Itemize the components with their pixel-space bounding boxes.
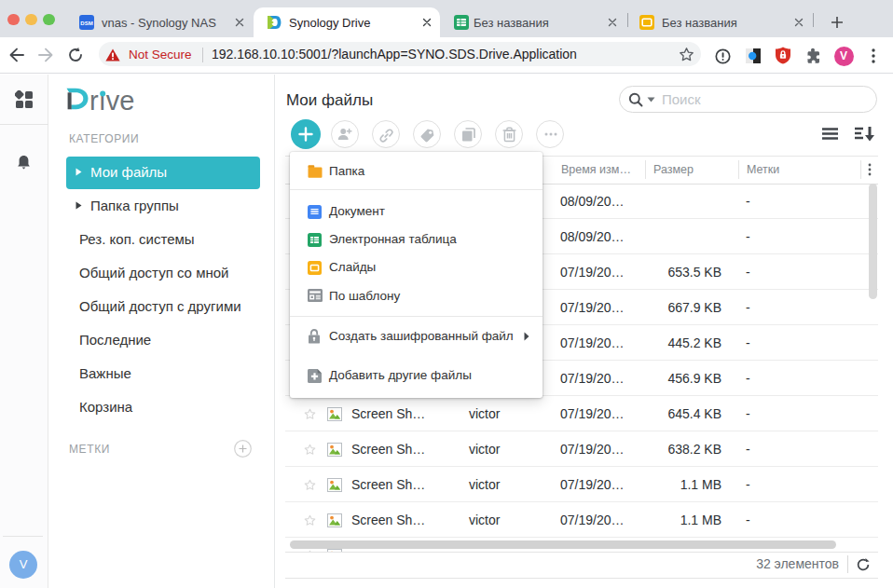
svg-text:DSM: DSM bbox=[80, 21, 92, 26]
svg-text:rıve: rıve bbox=[89, 88, 134, 116]
